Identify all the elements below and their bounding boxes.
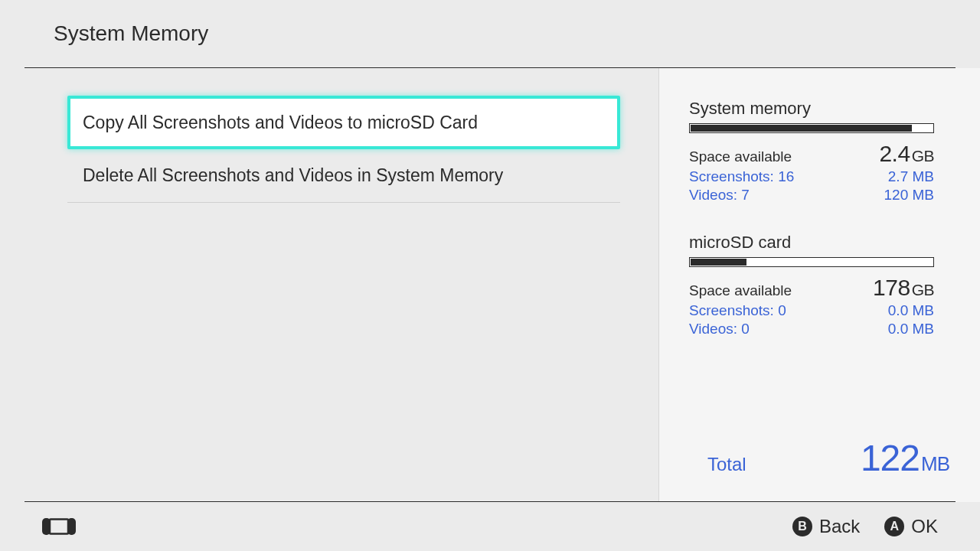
a-button-icon: A <box>884 517 904 536</box>
total-row: Total 122MB <box>689 437 949 479</box>
storage-panel: System memory Space available 2.4GB Scre… <box>658 68 980 502</box>
microsd-block: microSD card Space available 178GB Scree… <box>689 233 949 337</box>
space-available-value: 178GB <box>873 275 934 301</box>
main-area: Copy All Screenshots and Videos to micro… <box>0 68 980 502</box>
screenshots-size-value: 0.0 MB <box>888 302 934 319</box>
total-value-number: 122 <box>861 438 920 478</box>
space-available-label: Space available <box>689 148 792 165</box>
space-value-unit: GB <box>912 147 934 165</box>
microsd-title: microSD card <box>689 233 949 253</box>
menu: Copy All Screenshots and Videos to micro… <box>0 68 658 502</box>
menu-item-label: Copy All Screenshots and Videos to micro… <box>83 112 478 133</box>
total-value-unit: MB <box>921 452 949 475</box>
microsd-bar-fill <box>691 259 746 266</box>
microsd-space-row: Space available 178GB <box>689 275 934 301</box>
page-title: System Memory <box>54 21 208 46</box>
space-available-label: Space available <box>689 282 792 299</box>
system-memory-bar-fill <box>691 125 912 132</box>
system-memory-block: System memory Space available 2.4GB Scre… <box>689 99 949 204</box>
screenshots-count-label: Screenshots: 16 <box>689 168 794 185</box>
ok-button[interactable]: A OK <box>884 516 938 537</box>
back-label: Back <box>819 516 860 537</box>
ok-label: OK <box>911 516 938 537</box>
space-available-value: 2.4GB <box>879 141 934 167</box>
svg-rect-2 <box>50 520 68 534</box>
b-button-icon: B <box>792 517 812 536</box>
back-button[interactable]: B Back <box>792 516 860 537</box>
total-value: 122MB <box>861 437 949 479</box>
panel-divider <box>658 68 659 502</box>
system-memory-bar <box>689 123 934 133</box>
videos-size-value: 0.0 MB <box>888 321 934 337</box>
total-label: Total <box>689 454 746 475</box>
controller-icon <box>42 518 76 535</box>
space-value-number: 178 <box>873 275 910 300</box>
screenshots-size-value: 2.7 MB <box>888 168 934 185</box>
screenshots-count-label: Screenshots: 0 <box>689 302 786 319</box>
videos-size-value: 120 MB <box>884 187 934 204</box>
system-videos-row: Videos: 7 120 MB <box>689 187 934 204</box>
menu-item-delete-all[interactable]: Delete All Screenshots and Videos in Sys… <box>67 149 620 203</box>
menu-item-label: Delete All Screenshots and Videos in Sys… <box>83 165 503 186</box>
system-space-row: Space available 2.4GB <box>689 141 934 167</box>
videos-count-label: Videos: 7 <box>689 187 750 204</box>
microsd-screenshots-row: Screenshots: 0 0.0 MB <box>689 302 934 319</box>
system-screenshots-row: Screenshots: 16 2.7 MB <box>689 168 934 185</box>
microsd-videos-row: Videos: 0 0.0 MB <box>689 321 934 337</box>
microsd-bar <box>689 257 934 267</box>
menu-item-copy-to-microsd[interactable]: Copy All Screenshots and Videos to micro… <box>67 96 620 149</box>
space-value-number: 2.4 <box>879 141 910 166</box>
footer: B Back A OK <box>0 502 980 551</box>
space-value-unit: GB <box>912 281 934 298</box>
videos-count-label: Videos: 0 <box>689 321 750 337</box>
header: System Memory <box>0 0 980 67</box>
system-memory-title: System memory <box>689 99 949 119</box>
